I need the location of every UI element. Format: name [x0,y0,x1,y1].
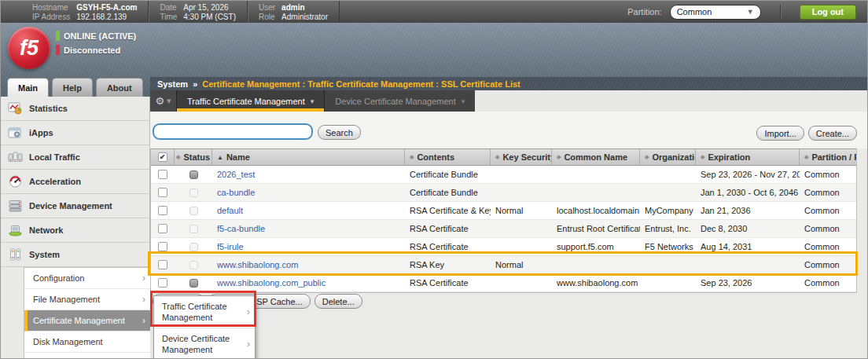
row-checkbox[interactable] [158,260,167,269]
device-management-stack-icon [8,200,23,212]
submenu-item-software-management[interactable]: Software Management › [24,353,150,359]
flyout-item-label: Traffic Certificate Management [162,302,227,322]
header-right: Partition: Common ▼ Log out [627,1,867,23]
delete-button[interactable]: Delete... [314,294,362,309]
certificate-name-link[interactable]: www.shibaolong.com [217,260,298,269]
submenu-label: Certificate Management [33,316,125,325]
row-contents: Certificate Bundle [405,166,491,183]
module-tab-strip: ⚙ ▾ Traffic Certificate Management ▾ Dev… [150,90,475,112]
header-key-security[interactable]: ◆ Key Security [491,149,552,165]
host-group: Hostname GSYH-F5-A.com IP Address 192.16… [21,1,149,23]
row-checkbox[interactable] [158,278,167,288]
select-all-checkbox[interactable]: ✔ [158,152,167,162]
header-expiration[interactable]: ◆ Expiration [696,149,800,165]
sidebar-item-label: Local Traffic [29,152,80,162]
search-button[interactable]: Search [318,125,361,140]
submenu-item-disk-management[interactable]: Disk Management [24,332,150,353]
submenu-label: Disk Management [33,337,103,346]
hostname-label: Hostname [32,3,70,12]
certificate-status-icon [189,207,198,215]
row-organization: Entrust, Inc. [640,220,696,237]
header-common-name[interactable]: ◆ Common Name [552,149,640,165]
table-row: default RSA Certificate & Key Normal loc… [151,202,856,220]
row-organization [640,274,696,291]
submenu-item-configuration[interactable]: Configuration › [24,268,150,289]
flyout-item-traffic-certificate-management[interactable]: Traffic Certificate Management › [154,296,255,328]
tab-device-certificate-management[interactable]: Device Certificate Management ▾ [325,90,475,112]
table-header-row: ✔ ◆ Status ▲ Name ◆ Contents ◆ Key Secur… [151,148,856,166]
chevron-down-icon: ▼ [747,8,754,16]
header-partition-path[interactable]: ◆ Partition / Path [800,149,856,165]
table-row: ca-bundle Certificate Bundle Jan 1, 2030… [151,184,856,202]
submenu-item-file-management[interactable]: File Management › [24,289,150,310]
partition-select[interactable]: Common ▼ [670,5,761,20]
row-name-cell: f5-irule [212,238,405,255]
sidebar-item-label: Acceleration [29,177,81,186]
sort-icon: ◆ [557,154,561,160]
certificate-name-link[interactable]: 2026_test [217,170,255,179]
certificate-status-icon [189,279,198,288]
logout-button[interactable]: Log out [800,5,856,20]
header-label: Key Security [502,152,552,162]
sidebar-item-system[interactable]: System [1,243,149,267]
create-button[interactable]: Create... [808,126,857,141]
row-checkbox[interactable] [158,188,167,197]
row-partition: Common [800,166,856,183]
header-label: Name [226,152,250,162]
certificate-name-link[interactable]: f5-ca-bundle [217,224,265,233]
header-label: Organization [652,152,696,162]
sidebar-item-acceleration[interactable]: Acceleration [1,170,149,194]
sidebar-item-label: iApps [29,128,53,137]
row-partition: Common [800,184,856,201]
certificate-status-icon [189,189,198,197]
row-name-cell: www.shibaolong.com [212,256,405,273]
sync-status-line: Disconnected [56,45,136,55]
certificate-name-link[interactable]: default [217,206,243,215]
row-common-name [552,256,640,273]
tab-help[interactable]: Help [52,78,93,97]
row-contents: Certificate Bundle [405,184,491,201]
row-organization: MyCompany [640,202,696,219]
row-name-cell: f5-ca-bundle [212,220,405,237]
header-organization[interactable]: ◆ Organization [640,149,696,165]
options-gear-button[interactable]: ⚙ ▾ [150,90,177,112]
row-partition: Common [800,202,856,219]
sidebar-item-local-traffic[interactable]: Local Traffic [1,145,149,170]
row-checkbox[interactable] [158,224,167,233]
row-checkbox[interactable] [158,242,167,251]
hostname-value: GSYH-F5-A.com [76,3,137,12]
flyout-item-device-certificate-management[interactable]: Device Certificate Management › [154,328,255,359]
time-label: Time [160,13,177,21]
row-organization [640,166,696,183]
sidebar-item-iapps[interactable]: iApps [1,121,149,145]
certificate-name-link[interactable]: f5-irule [217,242,244,251]
system-submenu: Configuration › File Management › Certif… [24,267,150,359]
row-partition: Common [800,274,856,291]
sidebar-item-statistics[interactable]: Statistics [1,97,149,121]
sidebar-item-network[interactable]: Network [1,218,149,243]
row-key-security [491,166,552,183]
tab-about[interactable]: About [96,78,143,97]
header-label: Partition / Path [811,152,856,162]
date-value: Apr 15, 2026 [183,3,236,12]
tab-traffic-certificate-management[interactable]: Traffic Certificate Management ▾ [177,90,325,112]
import-button[interactable]: Import... [756,126,804,141]
row-expiration: Aug 14, 2031 [696,238,800,255]
submenu-item-certificate-management[interactable]: Certificate Management › [24,310,150,332]
online-status-bar-icon [56,31,60,41]
certificate-name-link[interactable]: ca-bundle [217,188,255,197]
header-label: Contents [417,152,454,162]
row-checkbox-cell [151,184,175,201]
sidebar-item-device-management[interactable]: Device Management [1,194,149,218]
certificate-name-link[interactable]: www.shibaolong.com_public [217,278,326,288]
header-status[interactable]: ◆ Status [175,149,212,165]
iapps-window-icon [8,126,23,139]
header-contents[interactable]: ◆ Contents [405,149,491,165]
row-checkbox[interactable] [158,170,167,179]
header-name[interactable]: ▲ Name [212,149,405,165]
search-input[interactable] [153,123,313,140]
row-checkbox[interactable] [158,206,167,215]
table-body: 2026_test Certificate Bundle Sep 23, 202… [151,166,856,292]
tab-main[interactable]: Main [7,78,49,97]
sort-icon: ◆ [701,154,704,160]
